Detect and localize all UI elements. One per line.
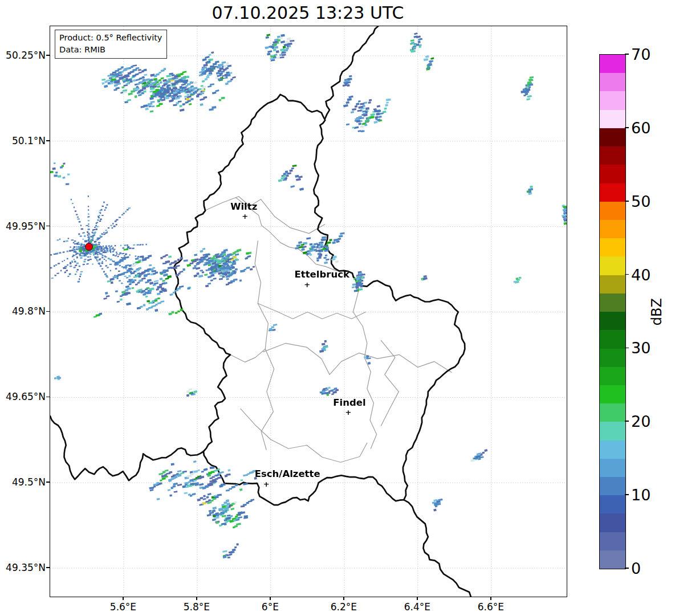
y-tick-label: 49.95°N xyxy=(0,221,46,232)
colorbar-segment xyxy=(600,202,625,220)
colorbar-segment xyxy=(600,550,625,569)
colorbar-title: dBZ xyxy=(649,298,665,325)
y-tick-label: 49.5°N xyxy=(0,476,46,488)
colorbar-tick-label: 50 xyxy=(631,192,650,210)
x-tick-label: 6°E xyxy=(262,601,279,613)
colorbar-segment xyxy=(600,91,625,109)
y-tick-mark xyxy=(46,397,50,398)
colorbar-segment xyxy=(600,422,625,440)
colorbar-segment xyxy=(600,513,625,532)
x-tick-label: 6.6°E xyxy=(478,601,504,613)
colorbar-segment xyxy=(600,275,625,293)
y-tick-label: 50.1°N xyxy=(0,135,46,146)
colorbar-segment xyxy=(600,312,625,330)
city-marker-findel: + xyxy=(345,409,352,416)
colorbar xyxy=(599,54,626,569)
map-plot-area: Product: 0.5° Reflectivity Data: RMIB +W… xyxy=(50,26,567,597)
colorbar-tick-label: 20 xyxy=(631,413,650,430)
radar-figure: 07.10.2025 13:23 UTC Product: 0.5° Refle… xyxy=(0,0,675,616)
colorbar-segment xyxy=(600,532,625,550)
x-tick-mark xyxy=(490,597,491,600)
colorbar-segment xyxy=(600,73,625,91)
colorbar-tick-mark xyxy=(625,494,629,495)
colorbar-segment xyxy=(600,349,625,367)
y-tick-mark xyxy=(46,55,50,56)
colorbar-tick-label: 0 xyxy=(631,560,641,577)
y-tick-mark xyxy=(46,226,50,227)
colorbar-segment xyxy=(600,165,625,183)
colorbar-tick-label: 70 xyxy=(631,46,650,63)
city-label-wiltz: Wiltz xyxy=(230,201,257,211)
colorbar-tick-label: 40 xyxy=(631,266,650,283)
x-tick-label: 5.8°E xyxy=(184,601,210,613)
colorbar-segment xyxy=(600,367,625,385)
radar-site-marker xyxy=(85,243,93,251)
colorbar-tick-label: 60 xyxy=(631,119,650,136)
colorbar-segment xyxy=(600,403,625,422)
colorbar-segment xyxy=(600,183,625,202)
x-tick-mark xyxy=(270,597,271,600)
y-tick-label: 49.35°N xyxy=(0,562,46,573)
figure-title: 07.10.2025 13:23 UTC xyxy=(50,3,566,23)
colorbar-segment xyxy=(600,55,625,73)
colorbar-tick-mark xyxy=(625,127,629,128)
x-tick-mark xyxy=(417,597,418,600)
colorbar-segment xyxy=(600,440,625,459)
y-tick-mark xyxy=(46,567,50,568)
y-tick-mark xyxy=(46,140,50,141)
x-tick-mark xyxy=(196,597,197,600)
data-source-line: Data: RMIB xyxy=(59,44,162,56)
colorbar-segment xyxy=(600,293,625,312)
colorbar-segment xyxy=(600,256,625,275)
colorbar-tick-mark xyxy=(625,274,629,275)
colorbar-tick-mark xyxy=(625,348,629,349)
product-info-box: Product: 0.5° Reflectivity Data: RMIB xyxy=(55,30,167,59)
map-canvas xyxy=(50,26,567,597)
x-tick-mark xyxy=(123,597,124,600)
colorbar-segment xyxy=(600,495,625,513)
x-tick-mark xyxy=(343,597,344,600)
colorbar-segment xyxy=(600,128,625,146)
colorbar-segment xyxy=(600,330,625,348)
colorbar-segment xyxy=(600,146,625,165)
city-label-ettelbruck: Ettelbruck xyxy=(295,268,349,279)
city-label-esch-alzette: Esch/Alzette xyxy=(255,468,320,479)
y-tick-mark xyxy=(46,482,50,483)
colorbar-segment xyxy=(600,459,625,477)
colorbar-segment xyxy=(600,385,625,403)
x-tick-label: 6.4°E xyxy=(404,601,430,613)
y-tick-mark xyxy=(46,311,50,312)
x-tick-label: 6.2°E xyxy=(331,601,357,613)
colorbar-tick-label: 10 xyxy=(631,486,650,504)
colorbar-segment xyxy=(600,238,625,256)
colorbar-tick-mark xyxy=(625,201,629,202)
colorbar-tick-label: 30 xyxy=(631,339,650,357)
city-marker-wiltz: + xyxy=(242,212,248,219)
y-tick-label: 49.65°N xyxy=(0,391,46,402)
y-tick-label: 49.8°N xyxy=(0,305,46,317)
city-label-findel: Findel xyxy=(333,397,365,408)
product-line: Product: 0.5° Reflectivity xyxy=(59,32,162,44)
x-tick-label: 5.6°E xyxy=(110,601,136,613)
colorbar-tick-mark xyxy=(625,568,629,569)
colorbar-tick-mark xyxy=(625,421,629,422)
colorbar-segment xyxy=(600,477,625,495)
colorbar-tick-mark xyxy=(625,54,629,55)
colorbar-segment xyxy=(600,110,625,128)
city-marker-esch-alzette: + xyxy=(263,480,270,488)
city-marker-ettelbruck: + xyxy=(304,280,310,288)
colorbar-segment xyxy=(600,220,625,238)
y-tick-label: 50.25°N xyxy=(0,50,46,61)
